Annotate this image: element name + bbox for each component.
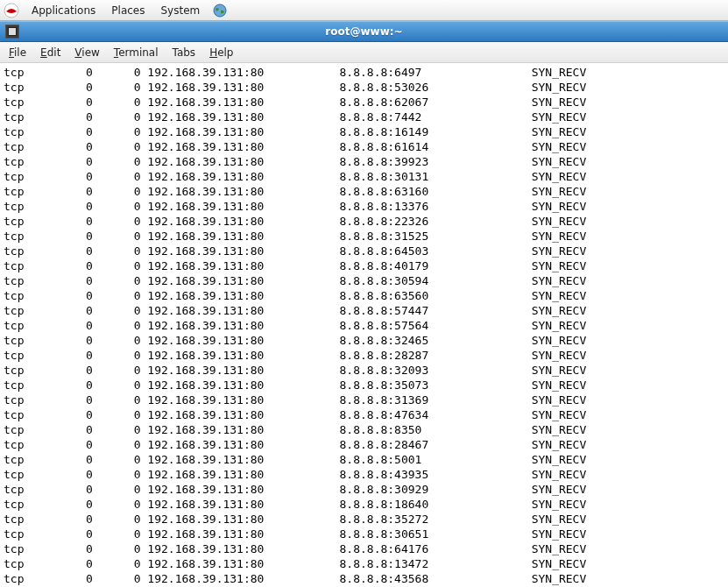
menu-edit[interactable]: Edit	[40, 46, 60, 59]
menu-tabs[interactable]: Tabs	[173, 46, 196, 59]
terminal-icon	[5, 25, 19, 39]
svg-rect-3	[9, 28, 16, 35]
menu-terminal[interactable]: Terminal	[114, 46, 159, 59]
terminal-output[interactable]: tcp 0 0 192.168.39.131:80 8.8.8.8:6497 S…	[0, 63, 728, 587]
menu-file[interactable]: File	[9, 46, 26, 59]
menu-help[interactable]: Help	[209, 46, 233, 59]
window-title: root@www:~	[0, 25, 728, 38]
redhat-icon	[4, 3, 19, 18]
gnome-panel: Applications Places System	[0, 0, 728, 21]
menubar: File Edit View Terminal Tabs Help	[0, 42, 728, 63]
menu-view[interactable]: View	[74, 46, 99, 59]
svg-point-1	[214, 4, 226, 17]
panel-places[interactable]: Places	[108, 3, 148, 18]
panel-applications[interactable]: Applications	[28, 3, 99, 18]
globe-icon[interactable]	[212, 3, 228, 18]
window-titlebar[interactable]: root@www:~	[0, 21, 728, 42]
panel-system[interactable]: System	[157, 3, 203, 18]
